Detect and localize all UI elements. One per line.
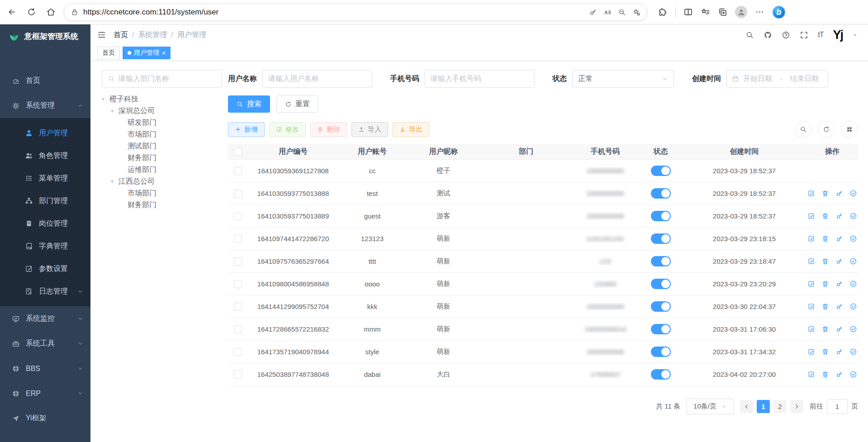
assign-role-icon[interactable]: [849, 325, 857, 333]
reset-button[interactable]: 重置: [276, 95, 318, 113]
close-tab-icon[interactable]: ×: [162, 50, 166, 56]
read-aloud-icon[interactable]: [603, 8, 612, 16]
edit-row-icon[interactable]: [807, 303, 815, 310]
search-circle-button[interactable]: [795, 121, 812, 138]
caret-down-icon[interactable]: [852, 32, 858, 38]
collections-icon[interactable]: [718, 7, 727, 17]
assign-role-icon[interactable]: [849, 235, 857, 242]
row-checkbox[interactable]: [234, 303, 242, 311]
row-checkbox[interactable]: [234, 348, 242, 356]
reset-password-icon[interactable]: [835, 325, 843, 333]
delete-row-icon[interactable]: [821, 303, 829, 310]
row-checkbox[interactable]: [234, 325, 242, 333]
edit-row-icon[interactable]: [807, 257, 815, 265]
sidebar-item-系统监控[interactable]: 系统监控: [0, 306, 90, 331]
status-toggle[interactable]: [651, 369, 671, 380]
assign-role-icon[interactable]: [849, 348, 857, 356]
status-toggle[interactable]: [651, 301, 671, 312]
tree-node[interactable]: 研发部门: [102, 117, 222, 128]
import-button[interactable]: 导入: [351, 122, 388, 137]
reset-password-icon[interactable]: [835, 348, 843, 356]
tab-首页[interactable]: 首页: [97, 47, 120, 59]
reset-password-icon[interactable]: [835, 190, 843, 197]
search-icon[interactable]: [745, 31, 754, 39]
breadcrumb-item[interactable]: 系统管理: [138, 30, 167, 40]
user-name-input[interactable]: [262, 70, 372, 88]
sidebar-item-部门管理[interactable]: 部门管理: [0, 190, 90, 212]
department-search-input[interactable]: 请输入部门名称: [102, 70, 222, 88]
edit-row-icon[interactable]: [807, 348, 815, 356]
bing-icon[interactable]: b: [772, 5, 786, 19]
row-checkbox[interactable]: [234, 257, 242, 266]
font-size-icon[interactable]: tT: [818, 31, 823, 39]
edit-row-icon[interactable]: [807, 190, 815, 197]
address-bar[interactable]: https://ccnetcore.com:1101/system/user: [64, 4, 647, 21]
row-checkbox[interactable]: [234, 280, 242, 288]
row-checkbox[interactable]: [234, 167, 242, 175]
page-size-select[interactable]: 10条/页: [687, 399, 734, 414]
breadcrumb-item[interactable]: 用户管理: [177, 30, 206, 40]
create-time-range-picker[interactable]: 开始日期 - 结束日期: [726, 70, 828, 88]
search-button[interactable]: 搜索: [228, 95, 270, 113]
phone-input[interactable]: [425, 70, 535, 88]
reset-password-icon[interactable]: [835, 235, 843, 242]
profile-avatar[interactable]: [735, 6, 747, 18]
tree-node[interactable]: 测试部门: [102, 140, 222, 152]
sidebar-item-首页[interactable]: 首页: [0, 68, 90, 93]
reset-password-icon[interactable]: [835, 212, 843, 220]
assign-role-icon[interactable]: [849, 212, 857, 220]
delete-row-icon[interactable]: [821, 371, 829, 378]
tree-node[interactable]: ▾深圳总公司: [102, 105, 222, 117]
home-icon[interactable]: [46, 7, 56, 17]
edit-row-icon[interactable]: [807, 371, 815, 378]
tree-node[interactable]: 财务部门: [102, 152, 222, 164]
goto-page-input[interactable]: [827, 399, 848, 414]
reset-password-icon[interactable]: [835, 371, 843, 378]
tree-node[interactable]: 市场部门: [102, 128, 222, 140]
help-icon[interactable]: [782, 31, 790, 39]
favorite-add-icon[interactable]: [632, 8, 640, 16]
sidebar-item-系统管理[interactable]: 系统管理: [0, 93, 90, 118]
next-page-button[interactable]: [790, 400, 803, 413]
export-button[interactable]: 导出: [393, 122, 429, 137]
sidebar-item-角色管理[interactable]: 角色管理: [0, 144, 90, 167]
assign-role-icon[interactable]: [849, 190, 857, 197]
select-all-checkbox[interactable]: [234, 147, 242, 156]
sidebar-item-菜单管理[interactable]: 菜单管理: [0, 167, 90, 190]
row-checkbox[interactable]: [234, 190, 242, 198]
assign-role-icon[interactable]: [849, 280, 857, 288]
sidebar-item-参数设置[interactable]: 参数设置: [0, 257, 90, 280]
sidebar-item-字典管理[interactable]: 字典管理: [0, 235, 90, 257]
zoom-out-icon[interactable]: [618, 8, 626, 16]
split-screen-icon[interactable]: [683, 7, 693, 17]
sidebar-item-用户管理[interactable]: 用户管理: [0, 122, 90, 144]
row-checkbox[interactable]: [234, 235, 242, 243]
status-toggle[interactable]: [651, 211, 671, 221]
breadcrumb-item[interactable]: 首页: [114, 30, 128, 40]
back-icon[interactable]: [7, 7, 17, 17]
status-toggle[interactable]: [651, 347, 671, 357]
status-toggle[interactable]: [651, 233, 671, 244]
refresh-circle-button[interactable]: [818, 121, 835, 138]
sidebar-item-日志管理[interactable]: 日志管理: [0, 280, 90, 303]
user-avatar[interactable]: Yj: [833, 29, 843, 41]
assign-role-icon[interactable]: [849, 257, 857, 265]
tree-node[interactable]: 市场部门: [102, 187, 222, 199]
assign-role-icon[interactable]: [849, 371, 857, 378]
delete-row-icon[interactable]: [821, 235, 829, 242]
assign-role-icon[interactable]: [849, 303, 857, 310]
refresh-icon[interactable]: [27, 7, 36, 17]
sidebar-item-系统工具[interactable]: 系统工具: [0, 331, 90, 356]
favorites-icon[interactable]: [701, 7, 710, 17]
edit-row-icon[interactable]: [807, 280, 815, 288]
page-button-1[interactable]: 1: [757, 400, 770, 413]
delete-row-icon[interactable]: [821, 257, 829, 265]
delete-row-icon[interactable]: [821, 348, 829, 356]
status-toggle[interactable]: [651, 166, 671, 176]
sidebar-item-BBS[interactable]: BBS: [0, 356, 90, 381]
row-checkbox[interactable]: [234, 371, 242, 379]
sidebar-item-ERP[interactable]: ERP: [0, 381, 90, 406]
tree-node[interactable]: ▾橙子科技: [102, 93, 222, 105]
fullscreen-icon[interactable]: [800, 31, 808, 39]
status-toggle[interactable]: [651, 256, 671, 266]
